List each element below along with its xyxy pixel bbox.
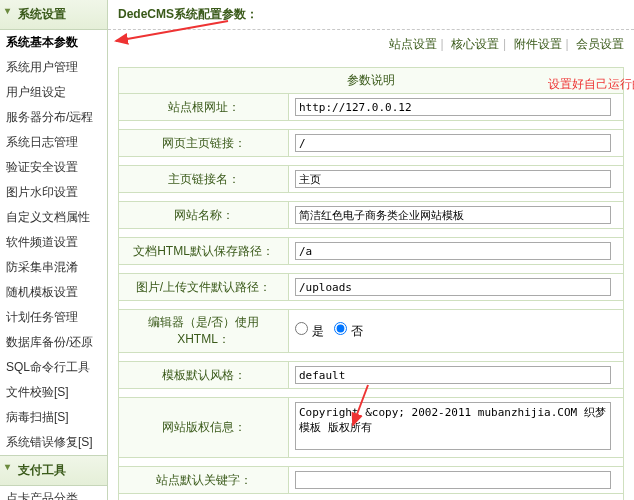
sidebar-group-title[interactable]: 系统设置 bbox=[0, 0, 107, 30]
sidebar-item[interactable]: 系统用户管理 bbox=[0, 55, 107, 80]
field-label: 站点根网址： bbox=[119, 94, 289, 121]
field-cell bbox=[289, 238, 624, 265]
text-input[interactable] bbox=[295, 206, 611, 224]
sidebar-item[interactable]: 用户组设定 bbox=[0, 80, 107, 105]
tab-member[interactable]: 会员设置 bbox=[576, 37, 624, 51]
sidebar-item[interactable]: 文件校验[S] bbox=[0, 380, 107, 405]
sidebar-item[interactable]: 病毒扫描[S] bbox=[0, 405, 107, 430]
sidebar-item[interactable]: SQL命令行工具 bbox=[0, 355, 107, 380]
field-label: 主页链接名： bbox=[119, 166, 289, 193]
main-panel: DedeCMS系统配置参数： 站点设置| 核心设置| 附件设置| 会员设置 设置… bbox=[108, 0, 634, 500]
text-input[interactable] bbox=[295, 278, 611, 296]
field-cell bbox=[289, 398, 624, 458]
field-label: 图片/上传文件默认路径： bbox=[119, 274, 289, 301]
sidebar-item[interactable]: 系统错误修复[S] bbox=[0, 430, 107, 455]
field-label: 模板默认风格： bbox=[119, 362, 289, 389]
sidebar-item[interactable]: 图片水印设置 bbox=[0, 180, 107, 205]
textarea-input[interactable] bbox=[295, 402, 611, 450]
radio-no[interactable] bbox=[334, 322, 347, 335]
text-input[interactable] bbox=[295, 471, 611, 489]
text-input[interactable] bbox=[295, 242, 611, 260]
hint-text: 设置好自己运行的域名再确实即可 bbox=[548, 76, 634, 93]
sidebar-item[interactable]: 软件频道设置 bbox=[0, 230, 107, 255]
tab-core[interactable]: 核心设置 bbox=[451, 37, 499, 51]
sidebar-item[interactable]: 随机模板设置 bbox=[0, 280, 107, 305]
sidebar-item[interactable]: 系统日志管理 bbox=[0, 130, 107, 155]
tab-attach[interactable]: 附件设置 bbox=[514, 37, 562, 51]
sidebar-item[interactable]: 计划任务管理 bbox=[0, 305, 107, 330]
sidebar-group-title[interactable]: 支付工具 bbox=[0, 456, 107, 486]
page-title: DedeCMS系统配置参数： bbox=[108, 0, 634, 30]
field-label: 编辑器（是/否）使用XHTML： bbox=[119, 310, 289, 353]
field-label: 站点默认关键字： bbox=[119, 467, 289, 494]
radio-label: 是 bbox=[312, 324, 324, 338]
sidebar-item[interactable]: 数据库备份/还原 bbox=[0, 330, 107, 355]
field-label: 网页主页链接： bbox=[119, 130, 289, 157]
field-cell bbox=[289, 202, 624, 229]
field-cell: 是否 bbox=[289, 310, 624, 353]
sidebar-item[interactable]: 点卡产品分类 bbox=[0, 486, 107, 500]
sidebar-item[interactable]: 自定义文档属性 bbox=[0, 205, 107, 230]
field-cell bbox=[289, 362, 624, 389]
field-cell bbox=[289, 94, 624, 121]
tab-site[interactable]: 站点设置 bbox=[389, 37, 437, 51]
text-input[interactable] bbox=[295, 170, 611, 188]
sidebar-item[interactable]: 系统基本参数 bbox=[0, 30, 107, 55]
text-input[interactable] bbox=[295, 366, 611, 384]
field-cell bbox=[289, 166, 624, 193]
text-input[interactable] bbox=[295, 98, 611, 116]
field-label: 网站版权信息： bbox=[119, 398, 289, 458]
radio-yes[interactable] bbox=[295, 322, 308, 335]
form-area: 参数说明站点根网址：网页主页链接：主页链接名：网站名称：文档HTML默认保存路径… bbox=[108, 67, 634, 500]
field-cell bbox=[289, 130, 624, 157]
sidebar-item[interactable]: 防采集串混淆 bbox=[0, 255, 107, 280]
field-label: 网站名称： bbox=[119, 202, 289, 229]
field-label: 文档HTML默认保存路径： bbox=[119, 238, 289, 265]
sidebar-item[interactable]: 验证安全设置 bbox=[0, 155, 107, 180]
tabs-bar: 站点设置| 核心设置| 附件设置| 会员设置 bbox=[108, 30, 634, 59]
sidebar: 系统设置系统基本参数系统用户管理用户组设定服务器分布/远程系统日志管理验证安全设… bbox=[0, 0, 108, 500]
field-cell bbox=[289, 274, 624, 301]
sidebar-item[interactable]: 服务器分布/远程 bbox=[0, 105, 107, 130]
field-cell bbox=[289, 467, 624, 494]
text-input[interactable] bbox=[295, 134, 611, 152]
radio-label: 否 bbox=[351, 324, 363, 338]
